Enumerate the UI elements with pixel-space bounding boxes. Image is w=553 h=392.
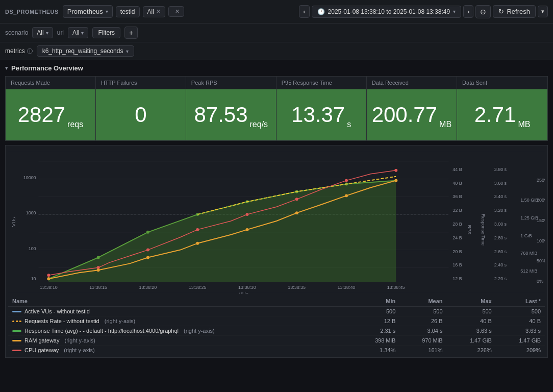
- legend-mean: 500: [399, 307, 446, 316]
- svg-text:20 B: 20 B: [453, 249, 462, 254]
- url-value: All: [72, 29, 79, 36]
- legend-max: 226%: [447, 346, 496, 355]
- url-select[interactable]: All ▾: [68, 27, 88, 38]
- svg-text:10000: 10000: [23, 175, 36, 180]
- svg-point-75: [245, 228, 248, 231]
- section-header: ▾ Performance Overview: [5, 64, 548, 72]
- filters-button[interactable]: Filters: [92, 27, 120, 38]
- svg-text:13:38:35: 13:38:35: [288, 285, 306, 290]
- time-range-selector[interactable]: 🕐 2025-01-08 13:38:10 to 2025-01-08 13:3…: [312, 6, 462, 18]
- legend-table: NameMinMeanMaxLast *Active VUs - without…: [8, 296, 545, 355]
- legend-last: 3.63 s: [496, 326, 545, 336]
- svg-text:24 B: 24 B: [453, 235, 462, 240]
- close-icon[interactable]: ✕: [156, 8, 161, 15]
- section-title: Performance Overview: [11, 64, 83, 72]
- svg-point-68: [295, 198, 298, 201]
- time-next-button[interactable]: ›: [463, 5, 473, 18]
- stat-card-data-sent: Data Sent 2.71 MB: [457, 77, 547, 140]
- refresh-button[interactable]: ↻ Refresh: [493, 5, 536, 18]
- stat-card-data-received: Data Received 200.77 MB: [367, 77, 457, 140]
- svg-text:50%: 50%: [537, 258, 545, 263]
- stat-card-p95-response-time: P95 Response Time 13.37 s: [276, 77, 367, 140]
- legend-row: Response Time (avg) - - default - http:/…: [8, 326, 545, 336]
- svg-point-56: [97, 256, 100, 259]
- stat-card-body: 2.71 MB: [457, 89, 547, 140]
- svg-point-67: [245, 213, 248, 216]
- svg-point-65: [146, 249, 149, 252]
- zoom-out-button[interactable]: ⊖: [475, 5, 491, 18]
- time-prev-button[interactable]: ‹: [299, 5, 309, 18]
- stat-card-body: 87.53 req/s: [186, 89, 276, 140]
- legend-axis-label: (right y-axis): [64, 337, 95, 344]
- datasource-name: Prometheus: [67, 8, 103, 15]
- svg-text:768 MiB: 768 MiB: [520, 251, 537, 256]
- top-bar: DS_PROMETHEUS Prometheus ▾ testid All ✕ …: [0, 0, 553, 23]
- legend-name: Requests Rate - without testid: [24, 318, 99, 324]
- chevron-down-icon: ▾: [46, 30, 48, 36]
- svg-text:12 B: 12 B: [453, 276, 462, 281]
- svg-text:44 B: 44 B: [453, 167, 462, 172]
- stat-unit: req/s: [250, 120, 268, 131]
- svg-text:13:38:10: 13:38:10: [40, 285, 58, 290]
- stat-card-body: 0: [96, 89, 186, 140]
- stat-card-header: Data Sent: [457, 77, 547, 89]
- filter-tag-pill[interactable]: ✕: [168, 6, 184, 17]
- metrics-label: metrics ⓘ: [5, 47, 33, 55]
- legend-min: 500: [353, 307, 399, 316]
- filter-all-label: All: [147, 8, 154, 15]
- refresh-dropdown-button[interactable]: ▾: [538, 6, 548, 17]
- stat-unit: MB: [518, 120, 530, 131]
- filter-all-pill[interactable]: All ✕: [143, 6, 165, 17]
- svg-text:13:38:40: 13:38:40: [338, 285, 356, 290]
- svg-text:3.40 s: 3.40 s: [494, 194, 507, 199]
- svg-text:28 B: 28 B: [453, 222, 462, 227]
- datasource-selector[interactable]: Prometheus ▾: [63, 5, 113, 18]
- svg-text:2.80 s: 2.80 s: [494, 235, 507, 240]
- collapse-icon[interactable]: ▾: [5, 65, 8, 71]
- legend-mean: 161%: [399, 346, 446, 355]
- svg-text:1000: 1000: [26, 210, 36, 215]
- svg-text:100%: 100%: [537, 238, 545, 243]
- legend-name-cell: Response Time (avg) - - default - http:/…: [8, 326, 353, 336]
- chart-svg: VUs 10 100 1000 10000 12 B 16 B 20 B 24 …: [8, 151, 545, 293]
- svg-text:13:38:25: 13:38:25: [189, 285, 207, 290]
- legend-row: Active VUs - without testid500500500500: [8, 307, 545, 316]
- legend-header-name: Name: [8, 296, 353, 307]
- svg-text:150%: 150%: [537, 218, 545, 223]
- svg-text:13:38:45: 13:38:45: [387, 285, 405, 290]
- svg-text:0%: 0%: [537, 279, 543, 284]
- close-icon[interactable]: ✕: [175, 8, 180, 15]
- legend-axis-label: (right y-axis): [105, 318, 136, 324]
- legend-min: 2.31 s: [353, 326, 399, 336]
- legend-axis-label: (right y-axis): [64, 347, 95, 353]
- svg-text:250%: 250%: [537, 178, 545, 183]
- stat-cards: Requests Made 2827 reqs HTTP Failures 0 …: [5, 76, 548, 141]
- stat-value: 87.53: [194, 104, 247, 126]
- info-icon[interactable]: ⓘ: [27, 47, 33, 55]
- performance-section: ▾ Performance Overview Requests Made 282…: [0, 60, 553, 141]
- legend-row: Requests Rate - without testid (right y-…: [8, 316, 545, 326]
- metric-selector[interactable]: k6_http_req_waiting_seconds ▾: [37, 45, 135, 57]
- svg-point-69: [345, 179, 348, 182]
- svg-text:Response Time: Response Time: [481, 214, 486, 246]
- svg-point-76: [295, 211, 298, 214]
- svg-point-57: [146, 231, 149, 234]
- svg-point-74: [196, 242, 199, 245]
- stat-card-body: 13.37 s: [276, 89, 366, 140]
- chart-area: VUs 10 100 1000 10000 12 B 16 B 20 B 24 …: [5, 145, 548, 358]
- chevron-down-icon: ▾: [126, 48, 129, 54]
- time-bar: ‹ 🕐 2025-01-08 13:38:10 to 2025-01-08 13…: [299, 5, 548, 18]
- add-filter-button[interactable]: +: [124, 27, 138, 39]
- svg-text:16 B: 16 B: [453, 262, 462, 267]
- svg-point-77: [345, 194, 348, 197]
- svg-point-71: [47, 277, 50, 280]
- legend-header-min: Min: [353, 296, 399, 307]
- scenario-select[interactable]: All ▾: [32, 27, 53, 38]
- legend-name: Response Time (avg) - - default - http:/…: [24, 328, 179, 334]
- refresh-label: Refresh: [507, 8, 530, 15]
- stat-card-header: Peak RPS: [186, 77, 276, 89]
- legend-header-last-: Last *: [496, 296, 545, 307]
- stat-card-header: HTTP Failures: [96, 77, 186, 89]
- url-label: url: [57, 29, 64, 36]
- svg-text:2.20 s: 2.20 s: [494, 276, 507, 281]
